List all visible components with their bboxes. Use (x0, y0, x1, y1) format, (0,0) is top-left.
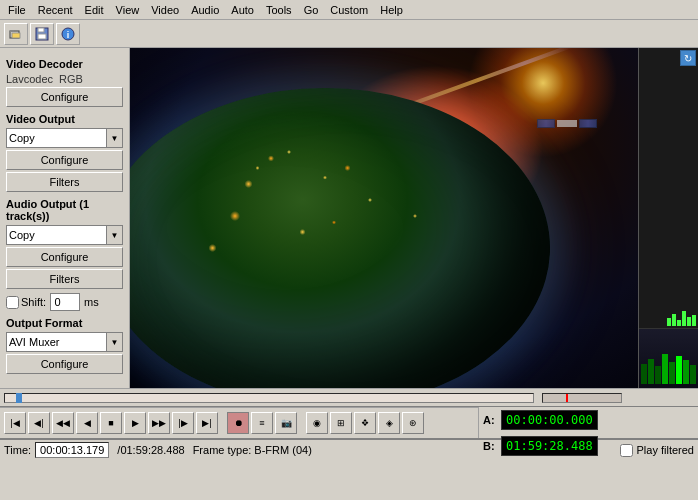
mini-seek-track[interactable] (542, 393, 622, 403)
play-back-button[interactable]: ◀ (76, 412, 98, 434)
output-format-dropdown-arrow[interactable]: ▼ (107, 332, 123, 352)
rewind-start-button[interactable]: |◀ (4, 412, 26, 434)
seekbar-row (0, 388, 698, 406)
left-panel: Video Decoder Lavcodec RGB Configure Vid… (0, 48, 130, 388)
sat-panel-left (537, 119, 555, 128)
time-label: Time: (4, 444, 31, 456)
timecode-a-row: A: 00:00:00.000 (483, 410, 634, 430)
audio-output-configure-btn[interactable]: Configure (6, 247, 123, 267)
video-decoder-configure-btn[interactable]: Configure (6, 87, 123, 107)
ms-label: ms (84, 296, 99, 308)
video-output-select[interactable]: Copy (6, 128, 107, 148)
menu-go[interactable]: Go (298, 2, 325, 18)
audio-output-title: Audio Output (1 track(s)) (6, 198, 123, 222)
shift-checkbox[interactable] (6, 296, 19, 309)
video-output-filters-btn[interactable]: Filters (6, 172, 123, 192)
shift-row: Shift: ms (6, 293, 123, 311)
seek-thumb[interactable] (16, 393, 22, 403)
mini-bar-3 (677, 320, 681, 326)
menu-help[interactable]: Help (374, 2, 409, 18)
lavcodec-label: Lavcodec (6, 73, 53, 85)
sat-panel-right (579, 119, 597, 128)
lavcodec-value: RGB (59, 73, 83, 85)
ctrl-btn-11[interactable]: ◉ (306, 412, 328, 434)
menubar: File Recent Edit View Video Audio Auto T… (0, 0, 698, 20)
video-output-dropdown-row: Copy ▼ (6, 128, 123, 148)
menu-file[interactable]: File (2, 2, 32, 18)
controls-timecode-row: |◀ ◀| ◀◀ ◀ ■ ▶ ▶▶ |▶ ▶| ⏺ ≡ 📷 ◉ ⊞ ❖ ◈ ⊛ … (0, 406, 698, 438)
output-format-title: Output Format (6, 317, 123, 329)
fast-forward-button[interactable]: ▶▶ (148, 412, 170, 434)
ctrl-btn-14[interactable]: ◈ (378, 412, 400, 434)
mini-bar-6 (692, 315, 696, 326)
menu-auto[interactable]: Auto (225, 2, 260, 18)
refresh-button[interactable]: ↻ (680, 50, 696, 66)
output-format-dropdown-row: AVI Muxer ▼ (6, 332, 123, 352)
main-content: Video Decoder Lavcodec RGB Configure Vid… (0, 48, 698, 388)
tc-a-value: 00:00:00.000 (501, 410, 598, 430)
list-button[interactable]: ≡ (251, 412, 273, 434)
earth-scene (130, 48, 638, 388)
info-button[interactable]: i (56, 23, 80, 45)
rewind-button[interactable]: ◀◀ (52, 412, 74, 434)
menu-edit[interactable]: Edit (79, 2, 110, 18)
mini-bar-2 (672, 314, 676, 326)
small-preview-bottom (639, 328, 698, 388)
menu-custom[interactable]: Custom (324, 2, 374, 18)
step-forward-button[interactable]: |▶ (172, 412, 194, 434)
output-format-select[interactable]: AVI Muxer (6, 332, 107, 352)
svg-rect-4 (38, 28, 44, 32)
ctrl-btn-13[interactable]: ❖ (354, 412, 376, 434)
main-seek-track[interactable] (4, 393, 534, 403)
menu-view[interactable]: View (110, 2, 146, 18)
mini-bars (665, 309, 698, 328)
mini-bar-5 (687, 317, 691, 326)
toolbar: i (0, 20, 698, 48)
audio-output-dropdown-arrow[interactable]: ▼ (107, 225, 123, 245)
record-button[interactable]: ⏺ (227, 412, 249, 434)
step-back-button[interactable]: ◀| (28, 412, 50, 434)
menu-recent[interactable]: Recent (32, 2, 79, 18)
menu-audio[interactable]: Audio (185, 2, 225, 18)
menu-tools[interactable]: Tools (260, 2, 298, 18)
ctrl-btn-12[interactable]: ⊞ (330, 412, 352, 434)
audio-output-filters-btn[interactable]: Filters (6, 269, 123, 289)
red-marker (566, 394, 568, 402)
open-button[interactable] (4, 23, 28, 45)
tc-b-value: 01:59:28.488 (501, 436, 598, 456)
audio-output-select[interactable]: Copy (6, 225, 107, 245)
total-time-display: /01:59:28.488 (117, 444, 184, 456)
play-filtered-area: Play filtered (620, 444, 694, 457)
shift-value-input[interactable] (50, 293, 80, 311)
video-decoder-title: Video Decoder (6, 58, 123, 70)
current-time-display: 00:00:13.179 (35, 442, 109, 458)
video-output-dropdown-arrow[interactable]: ▼ (107, 128, 123, 148)
audio-output-dropdown-row: Copy ▼ (6, 225, 123, 245)
small-preview-panel: ↻ (638, 48, 698, 388)
svg-rect-2 (12, 33, 20, 38)
ctrl-btn-15[interactable]: ⊛ (402, 412, 424, 434)
video-output-configure-btn[interactable]: Configure (6, 150, 123, 170)
menu-video[interactable]: Video (145, 2, 185, 18)
play-button[interactable]: ▶ (124, 412, 146, 434)
time-field: Time: 00:00:13.179 (4, 442, 109, 458)
video-output-title: Video Output (6, 113, 123, 125)
timecode-panel: A: 00:00:00.000 B: 01:59:28.488 (478, 407, 638, 438)
right-spacer2 (638, 407, 698, 438)
svg-rect-5 (38, 34, 46, 39)
camera-button[interactable]: 📷 (275, 412, 297, 434)
frame-type-display: Frame type: B-FRM (04) (193, 444, 312, 456)
play-filtered-checkbox[interactable] (620, 444, 633, 457)
controls-bar: |◀ ◀| ◀◀ ◀ ■ ▶ ▶▶ |▶ ▶| ⏺ ≡ 📷 ◉ ⊞ ❖ ◈ ⊛ (0, 407, 478, 437)
shift-label: Shift: (21, 296, 46, 308)
save-button[interactable] (30, 23, 54, 45)
shift-checkbox-label[interactable]: Shift: (6, 296, 46, 309)
stop-button[interactable]: ■ (100, 412, 122, 434)
lavcodec-row: Lavcodec RGB (6, 73, 123, 85)
small-preview-top: ↻ (639, 48, 698, 328)
satellite (537, 116, 597, 131)
forward-end-button[interactable]: ▶| (196, 412, 218, 434)
output-format-configure-btn[interactable]: Configure (6, 354, 123, 374)
sat-body (557, 120, 577, 127)
svg-rect-1 (10, 30, 14, 32)
